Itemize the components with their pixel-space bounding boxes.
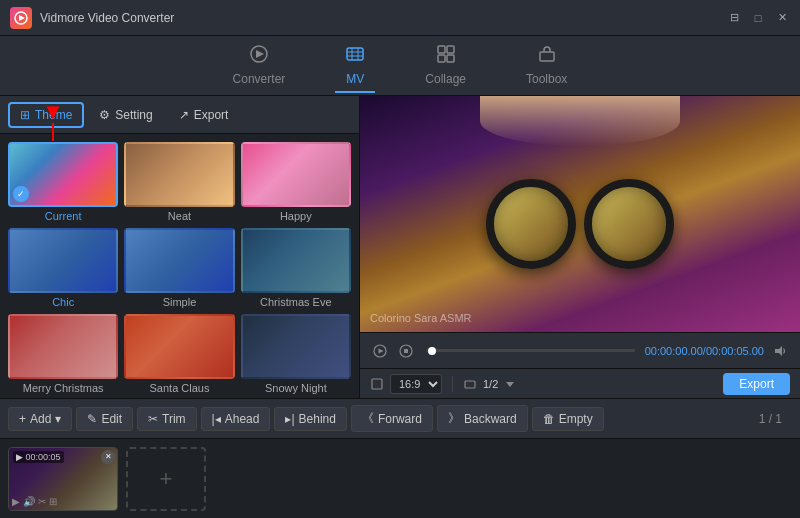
arrow-indicator: ▼ [42,101,64,141]
maximize-btn[interactable]: □ [750,10,766,26]
theme-label: Santa Claus [150,382,210,394]
backward-icon: 》 [448,410,460,427]
theme-grid: ✓CurrentNeatHappyChicSimpleChristmas Eve… [0,134,359,398]
trash-icon: 🗑 [543,412,555,426]
tab-collage[interactable]: Collage [415,39,476,93]
svg-rect-17 [404,349,408,353]
theme-icon: ⊞ [20,108,30,122]
edit-button[interactable]: ✎ Edit [76,407,133,431]
arrow-line [52,123,54,141]
edit-icon: ✎ [87,412,97,426]
close-btn[interactable]: ✕ [774,10,790,26]
svg-marker-15 [379,348,384,353]
mv-icon [345,44,365,69]
collage-icon [436,44,456,69]
resize-icon [463,377,477,391]
trim-icon: ✂ [148,412,158,426]
theme-label: Neat [168,210,191,222]
timeline-play-btn[interactable]: ▶ [12,496,20,507]
behind-icon: ▸| [285,412,294,426]
timeline-item[interactable]: ✕ ▶ 00:00:05 ▶ 🔊 ✂ ⊞ [8,447,118,511]
svg-marker-3 [256,50,264,58]
theme-label: Merry Christmas [23,382,104,394]
theme-item[interactable]: Santa Claus [124,314,234,394]
timeline-volume-btn[interactable]: 🔊 [23,496,35,507]
theme-item[interactable]: Simple [124,228,234,308]
theme-item[interactable]: Happy [241,142,351,222]
page-indicator: 1 / 1 [749,412,792,426]
left-panel: ⊞ Theme ⚙ Setting ↗ Export ✓CurrentNeatH… [0,96,360,398]
play-btn[interactable] [370,341,390,361]
forward-icon: 《 [362,410,374,427]
timeline-item-time: ▶ 00:00:05 [13,451,64,463]
svg-rect-13 [540,52,554,61]
crop-icon [370,377,384,391]
tab-mv[interactable]: MV [335,39,375,93]
tab-converter[interactable]: Converter [223,39,296,93]
theme-item[interactable]: ✓Current [8,142,118,222]
trim-button[interactable]: ✂ Trim [137,407,197,431]
theme-label: Happy [280,210,312,222]
add-button[interactable]: + Add ▾ [8,407,72,431]
svg-rect-20 [465,381,475,388]
timeline-add-btn[interactable]: + [126,447,206,511]
page-info: 1/2 [483,378,498,390]
tab-toolbox[interactable]: Toolbox [516,39,577,93]
svg-marker-18 [775,346,782,356]
red-arrow-icon: ▼ [42,101,64,123]
progress-bar[interactable] [426,349,635,352]
video-bg [360,96,800,332]
theme-item[interactable]: Snowy Night [241,314,351,394]
volume-btn[interactable] [770,341,790,361]
setting-icon: ⚙ [99,108,110,122]
progress-dot [428,347,436,355]
theme-item[interactable]: Merry Christmas [8,314,118,394]
page-dropdown-icon[interactable] [504,378,516,390]
app-title: Vidmore Video Converter [40,11,726,25]
video-controls: 00:00:00.00/00:00:05.00 [360,332,800,368]
setting-btn[interactable]: ⚙ Setting [88,103,163,127]
backward-button[interactable]: 》 Backward [437,405,528,432]
theme-label: Snowy Night [265,382,327,394]
svg-marker-1 [19,15,25,21]
svg-rect-11 [438,55,445,62]
theme-item[interactable]: Christmas Eve [241,228,351,308]
svg-rect-4 [347,48,363,60]
svg-marker-21 [506,382,514,387]
timeline-crop-btn[interactable]: ⊞ [49,496,57,507]
converter-icon [249,44,269,69]
theme-label: Chic [52,296,74,308]
export-btn[interactable]: ↗ Export [168,103,240,127]
theme-item[interactable]: Chic [8,228,118,308]
video-time: 00:00:00.00/00:00:05.00 [645,345,764,357]
titlebar: Vidmore Video Converter ⊟ □ ✕ [0,0,800,36]
svg-rect-12 [447,55,454,62]
timeline-item-close-btn[interactable]: ✕ [101,450,115,464]
empty-button[interactable]: 🗑 Empty [532,407,604,431]
aspect-ratio-select[interactable]: 16:9 4:3 1:1 [390,374,442,394]
behind-button[interactable]: ▸| Behind [274,407,347,431]
svg-rect-9 [438,46,445,53]
stop-btn[interactable] [396,341,416,361]
video-watermark: Colorino Sara ASMR [370,312,472,324]
forward-button[interactable]: 《 Forward [351,405,433,432]
svg-rect-19 [372,379,382,389]
right-panel: Colorino Sara ASMR 00:00:00.00/00:00:05.… [360,96,800,398]
ahead-button[interactable]: |◂ Ahead [201,407,271,431]
window-controls: ⊟ □ ✕ [726,10,790,26]
timeline-cut-btn[interactable]: ✂ [38,496,46,507]
svg-rect-10 [447,46,454,53]
theme-item[interactable]: Neat [124,142,234,222]
theme-label: Christmas Eve [260,296,332,308]
check-badge: ✓ [13,186,29,202]
add-dropdown-icon: ▾ [55,412,61,426]
video-options: 16:9 4:3 1:1 1/2 Export [360,368,800,398]
export-button[interactable]: Export [723,373,790,395]
theme-label: Current [45,210,82,222]
video-preview: Colorino Sara ASMR [360,96,800,332]
minimize-btn[interactable]: ⊟ [726,10,742,26]
export-icon: ↗ [179,108,189,122]
bottom-toolbar: + Add ▾ ✎ Edit ✂ Trim |◂ Ahead ▸| Behind… [0,398,800,438]
nav-tabs: Converter MV Collage Toolbox [0,36,800,96]
timeline: ✕ ▶ 00:00:05 ▶ 🔊 ✂ ⊞ + [0,438,800,518]
